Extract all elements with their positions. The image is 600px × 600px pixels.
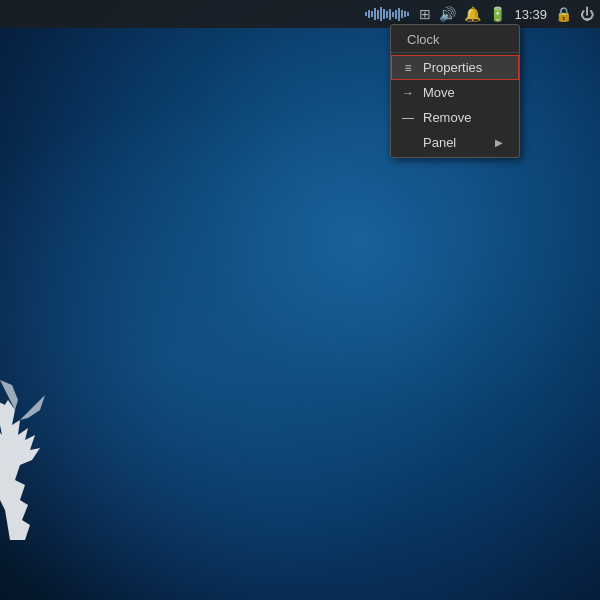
menu-item-move[interactable]: → Move <box>391 80 519 105</box>
menu-item-panel[interactable]: Panel ▶ <box>391 130 519 155</box>
menu-item-properties-label: Properties <box>423 60 482 75</box>
volume-icon[interactable]: 🔊 <box>439 6 456 22</box>
menu-item-remove[interactable]: — Remove <box>391 105 519 130</box>
panel-right-icons: ⊞ 🔊 🔔 🔋 13:39 🔒 ⏻ <box>419 6 594 22</box>
lock-icon[interactable]: 🔒 <box>555 6 572 22</box>
waveform-chart <box>365 6 409 22</box>
menu-title: Clock <box>391 27 519 53</box>
menu-item-properties[interactable]: ≡ Properties <box>391 55 519 80</box>
menu-item-remove-label: Remove <box>423 110 471 125</box>
notifications-icon[interactable]: 🔔 <box>464 6 481 22</box>
menu-item-panel-label: Panel <box>423 135 456 150</box>
submenu-arrow-icon: ▶ <box>495 137 503 148</box>
power-icon[interactable]: ⏻ <box>580 6 594 22</box>
clock[interactable]: 13:39 <box>514 7 547 22</box>
menu-item-move-label: Move <box>423 85 455 100</box>
context-menu: Clock ≡ Properties → Move — Remove Panel… <box>390 24 520 158</box>
apps-grid-icon[interactable]: ⊞ <box>419 6 431 22</box>
move-icon: → <box>401 86 415 100</box>
remove-icon: — <box>401 111 415 125</box>
kali-logo <box>0 340 80 540</box>
desktop: ⊞ 🔊 🔔 🔋 13:39 🔒 ⏻ Clock ≡ Properties → M… <box>0 0 600 600</box>
properties-icon: ≡ <box>401 61 415 75</box>
battery-icon[interactable]: 🔋 <box>489 6 506 22</box>
